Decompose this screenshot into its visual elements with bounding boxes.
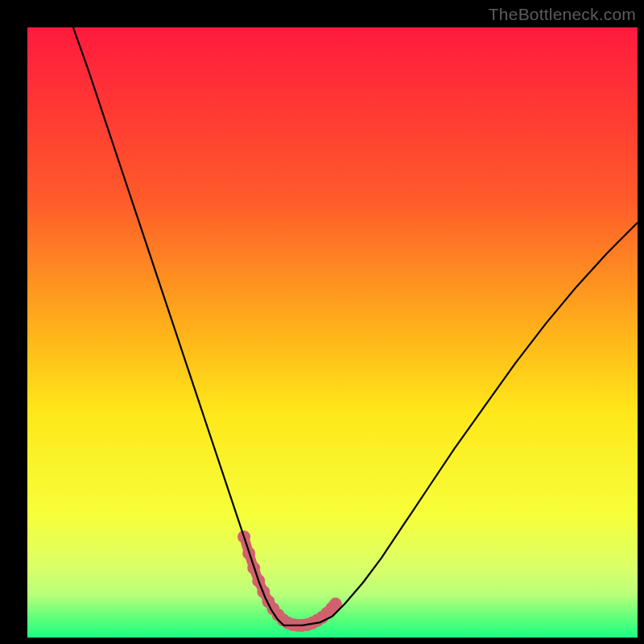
chart-frame: TheBottleneck.com bbox=[0, 0, 644, 644]
gradient-background bbox=[27, 27, 638, 638]
watermark-text: TheBottleneck.com bbox=[489, 5, 636, 24]
bottleneck-chart bbox=[27, 27, 638, 638]
plot-area bbox=[27, 27, 638, 638]
